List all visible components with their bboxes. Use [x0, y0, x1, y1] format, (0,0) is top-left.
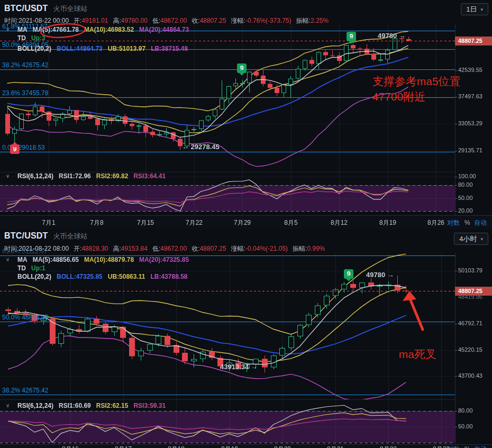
scale-toggle-log[interactable]: 对数: [447, 445, 460, 448]
info-label: 高:: [113, 245, 121, 252]
chart-header-daily: BTC/USDT火币全球站: [4, 4, 87, 14]
ohlc-info-row: 时间:2021-08-22 08:00开:48828.30高:49153.84低…: [4, 244, 330, 253]
info-label: 低:: [152, 17, 160, 24]
info-label: 涨幅:: [231, 17, 245, 24]
info-value: 48828.30: [81, 245, 108, 252]
info-label: 时间:: [4, 245, 19, 252]
x-axis-label: 7月1: [42, 216, 55, 230]
y-axis-label: 43700.43: [458, 372, 482, 379]
x-axis-label: 7月22: [186, 216, 203, 230]
collapse-chevron-icon[interactable]: ∨: [6, 26, 10, 32]
x-axis-label: 8月20: [274, 445, 291, 448]
interval-dropdown-daily[interactable]: 1日 ▾: [461, 3, 488, 15]
x-axis-label: 8月16: [62, 445, 79, 448]
info-value: 48807.25: [200, 17, 226, 24]
info-value: 49153.84: [121, 245, 148, 252]
axis-divider: [455, 253, 455, 448]
x-axis-label: 8月12: [331, 216, 348, 230]
time-axis-strip: 7月17月87月157月227月298月58月128月198月26对数%自动: [0, 215, 492, 229]
current-price-tag: 48807.25: [455, 287, 492, 296]
interval-value: 4小时: [459, 234, 477, 244]
y-axis-label: 33053.29: [458, 120, 482, 126]
info-value: -0.04%(-21.05): [245, 245, 288, 252]
rsi-axis-label: 50.00: [458, 195, 473, 201]
info-value: 48672.00: [160, 245, 187, 252]
info-label: 开:: [74, 17, 81, 24]
chevron-down-icon: ▾: [480, 236, 483, 242]
y-axis-label: 45220.15: [458, 346, 482, 353]
symbol-title: BTC/USDT: [4, 4, 48, 13]
y-axis-label: 37497.63: [458, 93, 482, 99]
scale-toggle-auto[interactable]: 自动: [474, 216, 487, 230]
exchange-label: 火币全球站: [53, 5, 87, 13]
info-value: 2021-08-22 00:00: [19, 17, 69, 24]
y-axis-label: 29135.71: [458, 147, 482, 153]
x-axis-label: 8月22: [380, 445, 397, 448]
daily-chart-canvas[interactable]: [0, 24, 455, 215]
scale-toggle-auto[interactable]: 自动: [474, 445, 487, 448]
scale-toggle-log[interactable]: 对数: [447, 216, 460, 230]
current-price-tag: 48807.25: [455, 36, 492, 45]
info-value: -0.76%(-373.75): [245, 17, 291, 24]
info-label: 高:: [113, 17, 121, 24]
x-axis-label: 8月26: [427, 216, 444, 230]
x-axis-label: 7月8: [90, 216, 103, 230]
info-value: 2.25%: [311, 17, 329, 24]
rsi-axis-label: 20.00: [458, 207, 473, 214]
info-label: 收:: [192, 245, 199, 252]
info-value: 49181.01: [81, 17, 108, 24]
rsi-axis-label: 80.00: [458, 407, 473, 414]
y-axis-label: 48259.46: [458, 40, 482, 46]
y-axis-label: 46792.71: [458, 320, 482, 326]
x-axis-label: 8月17: [115, 445, 132, 448]
info-value: 48672.00: [160, 17, 187, 24]
info-value: 2021-08-22 08:00: [19, 245, 69, 252]
axis-divider: [455, 24, 455, 229]
chevron-down-icon: ▾: [480, 7, 483, 12]
info-label: 开:: [74, 245, 81, 252]
info-value: 48807.25: [200, 245, 226, 252]
info-label: 时间:: [4, 17, 19, 24]
scale-toggle-percent[interactable]: %: [464, 445, 470, 448]
collapse-chevron-icon[interactable]: ∨: [6, 257, 10, 262]
scale-toggle-percent[interactable]: %: [464, 216, 470, 230]
y-axis-label: 48419.96: [458, 294, 482, 300]
x-axis-label: 8月19: [221, 445, 238, 448]
h4-chart-canvas[interactable]: [0, 253, 455, 444]
trading-platform: BTC/USDT火币全球站 1日 ▾ BTC/USDT火币全球站 4小时 ▾ 时…: [0, 0, 492, 448]
rsi-axis-label: 80.00: [458, 181, 473, 188]
x-axis-label: 8月5: [284, 216, 297, 230]
symbol-title: BTC/USDT: [4, 231, 48, 240]
exchange-label: 火币全球站: [53, 232, 87, 240]
y-axis-label: 42539.55: [458, 67, 482, 73]
info-label: 涨幅:: [231, 245, 245, 252]
x-axis-label: 7月29: [234, 216, 251, 230]
y-axis-label: 50103.79: [458, 267, 482, 273]
x-axis-label: 7月15: [137, 216, 154, 230]
info-value: 0.99%: [307, 245, 325, 252]
rsi-axis-label: 100.00: [458, 173, 476, 179]
time-axis-strip: 8月168月178月188月198月208月218月228月23对数%自动: [0, 444, 492, 448]
collapse-chevron-icon[interactable]: ∨: [6, 173, 10, 179]
info-value: 49780.00: [121, 17, 148, 24]
info-label: 振幅:: [296, 17, 311, 24]
chart-header-4h: BTC/USDT火币全球站: [4, 231, 87, 241]
x-axis-label: 8月19: [379, 216, 396, 230]
x-axis-label: 8月21: [327, 445, 344, 448]
interval-value: 1日: [466, 5, 477, 14]
info-label: 收:: [192, 17, 199, 24]
x-axis-label: 8月18: [168, 445, 185, 448]
info-label: 低:: [152, 245, 160, 252]
collapse-chevron-icon[interactable]: ∨: [6, 403, 10, 408]
rsi-axis-label: 50.00: [458, 423, 473, 429]
interval-dropdown-4h[interactable]: 4小时 ▾: [454, 233, 488, 245]
info-label: 振幅:: [293, 245, 307, 252]
